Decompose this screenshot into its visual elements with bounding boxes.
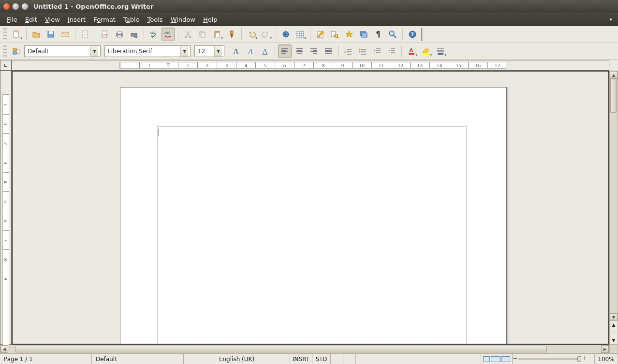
status-modified[interactable]: [331, 354, 343, 364]
menu-window[interactable]: Window: [167, 15, 199, 25]
font-size-combo[interactable]: 12 ▼: [194, 45, 224, 57]
highlight-button[interactable]: ▾: [419, 44, 433, 58]
gallery-button[interactable]: [357, 28, 370, 41]
copy-button[interactable]: [196, 28, 209, 41]
undo-button[interactable]: ▾: [245, 28, 258, 41]
nonprinting-chars-button[interactable]: ¶: [371, 28, 385, 41]
window-minimize-button[interactable]: [12, 3, 19, 10]
horizontal-ruler[interactable]: · 1 ▽ 1 2 3 4 5 6 7 8 9 10 11 12 13 14 1…: [12, 60, 609, 71]
new-button[interactable]: ▾: [10, 28, 23, 41]
menu-view[interactable]: View: [41, 15, 64, 25]
menu-file[interactable]: File: [3, 15, 21, 25]
numbered-list-button[interactable]: 12: [341, 44, 355, 58]
zoom-slider[interactable]: [518, 358, 581, 360]
styles-button[interactable]: [10, 44, 23, 58]
redo-button[interactable]: ▾: [259, 28, 273, 41]
scroll-right-arrow[interactable]: ▶: [601, 345, 609, 353]
table-button[interactable]: ▾: [294, 28, 307, 41]
export-pdf-button[interactable]: PDF: [98, 28, 112, 41]
ruler-corner[interactable]: ∟: [0, 60, 12, 71]
find-replace-button[interactable]: [328, 28, 341, 41]
document-area[interactable]: [12, 71, 609, 345]
chevron-down-icon[interactable]: ▼: [180, 46, 188, 57]
font-name-combo[interactable]: Liberation Serif ▼: [104, 45, 191, 57]
status-info: [356, 354, 481, 364]
scroll-left-arrow[interactable]: ◀: [0, 345, 8, 353]
menu-insert[interactable]: Insert: [64, 15, 89, 25]
svg-rect-32: [13, 48, 16, 51]
nav-select[interactable]: ◦: [610, 329, 618, 336]
paragraph-style-combo[interactable]: Default ▼: [24, 45, 101, 57]
save-button[interactable]: [44, 28, 58, 41]
scroll-up-arrow[interactable]: ▲: [610, 71, 618, 79]
scroll-thumb[interactable]: [610, 79, 617, 113]
hyperlink-button[interactable]: [279, 28, 293, 41]
italic-button[interactable]: A: [244, 44, 257, 58]
menu-table[interactable]: Table: [119, 15, 144, 25]
font-color-button[interactable]: A▾: [405, 44, 418, 58]
status-zoom[interactable]: 100%: [595, 354, 618, 364]
menu-tools[interactable]: Tools: [144, 15, 167, 25]
status-language[interactable]: English (UK): [184, 354, 290, 364]
scroll-thumb[interactable]: [15, 346, 547, 352]
increase-indent-button[interactable]: [385, 44, 398, 58]
horizontal-scrollbar[interactable]: ◀ ▶: [0, 345, 609, 353]
paragraph-style-value: Default: [28, 48, 49, 55]
svg-rect-41: [423, 53, 429, 55]
zoom-knob[interactable]: [577, 356, 581, 362]
open-button[interactable]: [29, 28, 43, 41]
titlebar: Untitled 1 - OpenOffice.org Writer: [0, 0, 618, 13]
scroll-down-arrow[interactable]: ▼: [610, 313, 618, 321]
menu-edit[interactable]: Edit: [21, 15, 41, 25]
view-multi-page[interactable]: [491, 356, 500, 362]
view-single-page[interactable]: [483, 356, 490, 362]
bullet-list-button[interactable]: [356, 44, 369, 58]
background-color-button[interactable]: ▾: [434, 44, 447, 58]
toolbar-handle[interactable]: [3, 45, 7, 58]
bold-button[interactable]: A: [229, 44, 243, 58]
status-signature[interactable]: [343, 354, 356, 364]
zoom-button[interactable]: [386, 28, 399, 41]
status-selection-mode[interactable]: STD: [312, 354, 331, 364]
decrease-indent-button[interactable]: [370, 44, 384, 58]
chevron-down-icon[interactable]: ▼: [214, 46, 222, 57]
menubar-overflow[interactable]: ▾: [606, 16, 615, 23]
menu-format[interactable]: Format: [89, 15, 119, 25]
menu-help[interactable]: Help: [199, 15, 221, 25]
window-maximize-button[interactable]: [21, 3, 29, 10]
align-center-button[interactable]: [293, 44, 306, 58]
svg-rect-10: [118, 35, 121, 37]
paste-button[interactable]: ▾: [210, 28, 224, 41]
statusbar: Page 1 / 1 Default English (UK) INSRT ST…: [0, 353, 618, 364]
autospellcheck-button[interactable]: ABC: [162, 28, 175, 41]
nav-next-page[interactable]: ▼: [610, 336, 618, 344]
format-paintbrush-button[interactable]: [225, 28, 238, 41]
cut-button[interactable]: [181, 28, 195, 41]
help-button[interactable]: ?: [406, 28, 419, 41]
nav-prev-page[interactable]: ▲: [610, 321, 618, 329]
underline-button[interactable]: A: [258, 44, 272, 58]
vertical-scrollbar[interactable]: ▲ ▼ ▲ ◦ ▼: [609, 71, 618, 345]
align-justify-button[interactable]: [322, 44, 335, 58]
show-draw-functions-button[interactable]: [313, 28, 327, 41]
vertical-ruler[interactable]: 1 1 2 3 4 5 6 7 8 9: [0, 71, 12, 345]
print-button[interactable]: [113, 28, 126, 41]
toolbar-handle[interactable]: [3, 28, 7, 41]
chevron-down-icon[interactable]: ▼: [90, 46, 98, 57]
view-book[interactable]: [501, 356, 510, 362]
text-frame[interactable]: [157, 126, 467, 345]
status-insert-mode[interactable]: INSRT: [290, 354, 312, 364]
edit-file-button[interactable]: [78, 28, 92, 41]
svg-point-38: [359, 51, 361, 53]
window-close-button[interactable]: [3, 3, 10, 10]
print-preview-button[interactable]: [127, 28, 141, 41]
navigator-button[interactable]: [342, 28, 356, 41]
page[interactable]: [120, 87, 507, 345]
status-style[interactable]: Default: [92, 354, 184, 364]
email-button[interactable]: [59, 28, 72, 41]
status-page[interactable]: Page 1 / 1: [0, 354, 92, 364]
align-right-button[interactable]: [307, 44, 321, 58]
align-left-button[interactable]: [278, 44, 292, 58]
toolbar-handle[interactable]: [421, 28, 424, 41]
spellcheck-button[interactable]: ABC: [147, 28, 161, 41]
